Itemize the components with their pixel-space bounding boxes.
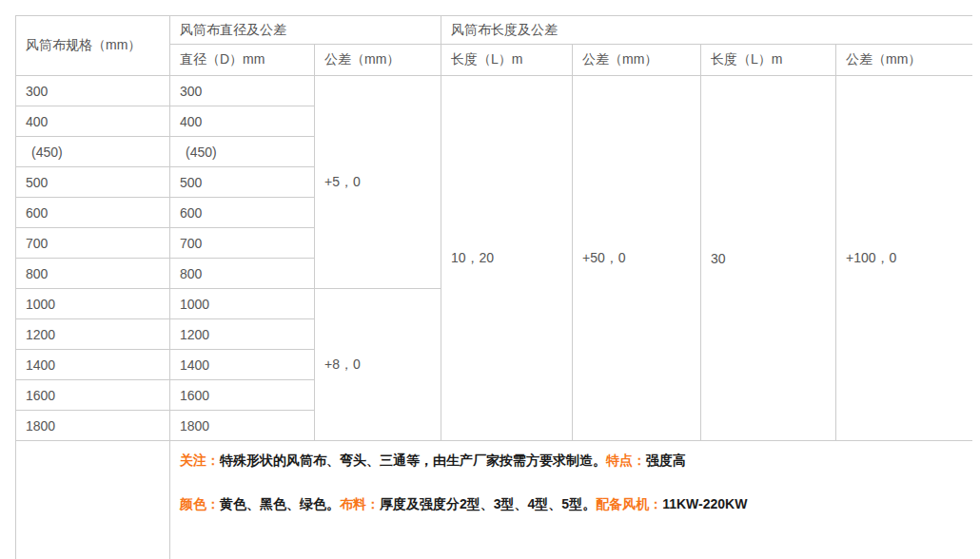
duct-fabric-spec-table: 风筒布规格（mm） 风筒布直径及公差 风筒布长度及公差 直径（D）mm 公差（m… [15,15,972,559]
note-text: 黄色、黑色、绿色。 [220,496,340,511]
header-diameter: 直径（D）mm [170,45,315,76]
header-diameter-group: 风筒布直径及公差 [170,16,441,45]
length-2-tolerance-cell: +100，0 [836,76,973,441]
spec-cell: 700 [16,228,170,259]
table-row: 300 300 +5，0 10，20 +50，0 30 +100，0 [16,76,973,106]
length-1-cell: 10，20 [441,76,573,441]
spec-cell: 1400 [16,350,170,380]
diameter-cell: 800 [170,259,315,289]
header-length-2-tolerance: 公差（mm） [836,45,973,76]
diameter-tolerance-large-cell: +8，0 [315,289,441,441]
note-label-color: 颜色： [180,496,220,511]
diameter-cell: 1400 [170,350,315,380]
spec-cell: 1000 [16,289,170,319]
diameter-cell: 1800 [170,411,315,441]
note-text: 11KW-220KW [662,496,747,511]
note-label-fabric: 布料： [340,496,380,511]
header-length-group: 风筒布长度及公差 [441,16,973,45]
note-text: 厚度及强度分2型、3型、4型、5型。 [380,496,596,511]
diameter-cell: 500 [170,167,315,198]
note-label-fan: 配备风机： [596,496,662,511]
diameter-cell: (450) [170,137,315,167]
spec-cell: 1200 [16,319,170,350]
note-line-1: 关注：特殊形状的风筒布、弯头、三通等，由生产厂家按需方要求制造。特点：强度高 [180,451,970,470]
header-length-1: 长度（L）m [441,45,573,76]
spec-cell: 400 [16,106,170,137]
diameter-cell: 1200 [170,319,315,350]
diameter-cell: 1600 [170,380,315,411]
diameter-cell: 600 [170,198,315,228]
header-spec: 风筒布规格（mm） [16,16,170,76]
note-label-attention: 关注： [180,453,220,468]
notes-row: 关注：特殊形状的风筒布、弯头、三通等，由生产厂家按需方要求制造。特点：强度高 颜… [16,441,973,559]
spec-cell: 800 [16,259,170,289]
spec-cell: 1600 [16,380,170,411]
header-row-groups: 风筒布规格（mm） 风筒布直径及公差 风筒布长度及公差 [16,16,973,45]
spec-cell: 300 [16,76,170,106]
header-length-1-tolerance: 公差（mm） [573,45,701,76]
spec-cell: 500 [16,167,170,198]
notes-empty-cell [16,441,170,559]
diameter-cell: 700 [170,228,315,259]
length-1-tolerance-cell: +50，0 [573,76,701,441]
note-text: 特殊形状的风筒布、弯头、三通等，由生产厂家按需方要求制造。 [220,453,606,468]
note-text: 强度高 [646,453,686,468]
length-2-cell: 30 [701,76,836,441]
diameter-cell: 1000 [170,289,315,319]
header-diameter-tolerance: 公差（mm） [315,45,441,76]
note-line-2: 颜色：黄色、黑色、绿色。布料：厚度及强度分2型、3型、4型、5型。配备风机：11… [180,494,970,513]
spec-cell: 600 [16,198,170,228]
header-length-2: 长度（L）m [701,45,836,76]
spec-cell: 1800 [16,411,170,441]
notes-cell: 关注：特殊形状的风筒布、弯头、三通等，由生产厂家按需方要求制造。特点：强度高 颜… [170,441,973,559]
diameter-cell: 400 [170,106,315,137]
note-label-feature: 特点： [606,453,646,468]
spec-cell: (450) [16,137,170,167]
diameter-tolerance-small-cell: +5，0 [315,76,441,289]
diameter-cell: 300 [170,76,315,106]
